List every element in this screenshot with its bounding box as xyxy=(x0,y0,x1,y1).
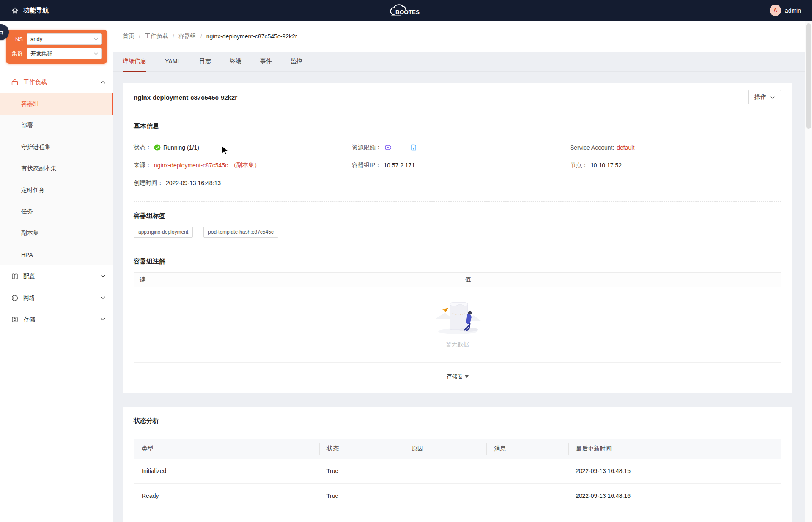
cpu-icon xyxy=(384,144,392,151)
main-content: 首页 / 工作负载 / 容器组 / nginx-deployment-c87c5… xyxy=(113,21,812,522)
briefcase-icon xyxy=(11,79,19,86)
source-kind: （副本集） xyxy=(230,161,260,169)
ns-label: NS xyxy=(10,36,23,42)
book-icon xyxy=(11,273,19,280)
tab-terminal[interactable]: 终端 xyxy=(230,52,241,72)
sidebar-item-daemonsets[interactable]: 守护进程集 xyxy=(0,136,113,158)
namespace-cluster-box: NS andy 集群 开发集群 xyxy=(6,30,107,64)
source-link[interactable]: nginx-deployment-c87c545c xyxy=(154,162,228,169)
chevron-down-icon xyxy=(770,96,775,99)
swap-arrows-icon: ⇆ xyxy=(0,28,3,36)
chevron-down-icon xyxy=(94,38,98,41)
tab-details[interactable]: 详细信息 xyxy=(123,52,146,72)
sidebar-item-deployments[interactable]: 部署 xyxy=(0,115,113,136)
sidebar: ⇆ NS andy 集群 开发集群 xyxy=(0,21,113,522)
pod-ip-label: 容器组IP： xyxy=(352,161,381,169)
status-running-icon xyxy=(154,144,161,151)
col-message: 消息 xyxy=(486,443,568,455)
status-value: Running (1/1) xyxy=(163,144,199,151)
namespace-select[interactable]: andy xyxy=(27,33,102,45)
breadcrumb: 首页 / 工作负载 / 容器组 / nginx-deployment-c87c5… xyxy=(113,21,812,52)
col-reason: 原因 xyxy=(404,443,486,455)
breadcrumb-pods[interactable]: 容器组 xyxy=(178,33,196,40)
workload-submenu: 容器组 部署 守护进程集 有状态副本集 定时任务 任务 副本集 HPA xyxy=(0,93,113,265)
function-nav[interactable]: 功能导航 xyxy=(11,6,49,14)
sidebar-item-workload[interactable]: 工作负载 xyxy=(0,71,113,93)
sidebar-item-config[interactable]: 配置 xyxy=(0,265,113,287)
vertical-scrollbar xyxy=(805,21,812,522)
pod-labels: app:nginx-deployment pod-template-hash:c… xyxy=(134,227,781,238)
sidebar-item-storage[interactable]: 存储 xyxy=(0,309,113,330)
chevron-up-icon xyxy=(101,81,105,84)
annotations-empty-state: 暂无数据 xyxy=(134,287,781,363)
cluster-label: 集群 xyxy=(10,50,23,57)
detail-card: nginx-deployment-c87c545c-92k2r 操作 基本信息 … xyxy=(123,83,792,393)
sidebar-item-pods[interactable]: 容器组 xyxy=(0,93,113,115)
tab-bar: 详细信息 YAML 日志 终端 事件 监控 xyxy=(113,52,812,72)
service-account-label: Service Account: xyxy=(570,144,614,151)
svg-text:BOOTES: BOOTES xyxy=(395,9,420,15)
memory-icon xyxy=(410,144,417,151)
section-divider xyxy=(134,201,781,202)
chevron-down-icon xyxy=(101,318,105,321)
basic-info-heading: 基本信息 xyxy=(134,122,781,130)
sidebar-item-cronjobs[interactable]: 定时任务 xyxy=(0,179,113,201)
storage-box-icon xyxy=(11,316,19,323)
cluster-select[interactable]: 开发集群 xyxy=(27,48,102,59)
sidebar-item-replicasets[interactable]: 副本集 xyxy=(0,222,113,244)
table-row: Ready True 2022-09-13 16:48:16 xyxy=(134,484,781,508)
status-analysis-heading: 状态分析 xyxy=(134,417,781,425)
home-icon xyxy=(11,6,19,14)
top-header: 功能导航 BOOTES A admin xyxy=(0,0,812,21)
col-status: 状态 xyxy=(319,443,404,455)
sidebar-item-network[interactable]: 网络 xyxy=(0,287,113,309)
annotations-key-header: 键 xyxy=(134,273,459,287)
tab-monitoring[interactable]: 监控 xyxy=(291,52,302,72)
sidebar-item-statefulsets[interactable]: 有状态副本集 xyxy=(0,158,113,179)
breadcrumb-home[interactable]: 首页 xyxy=(123,33,134,40)
user-menu[interactable]: A admin xyxy=(770,5,801,16)
label-tag: pod-template-hash:c87c545c xyxy=(203,227,278,238)
table-row: Initialized True 2022-09-13 16:48:15 xyxy=(134,459,781,484)
caret-down-icon xyxy=(465,375,469,378)
globe-icon xyxy=(11,294,19,302)
status-label: 状态： xyxy=(134,144,151,151)
breadcrumb-current: nginx-deployment-c87c545c-92k2r xyxy=(206,33,297,40)
empty-text: 暂无数据 xyxy=(446,341,469,348)
tab-events[interactable]: 事件 xyxy=(260,52,272,72)
col-type: 类型 xyxy=(134,443,319,455)
volumes-toggle[interactable]: 存储卷 xyxy=(134,373,781,380)
quota-cpu-value: - xyxy=(395,144,397,151)
chevron-down-icon xyxy=(94,52,98,55)
status-analysis-card: 状态分析 类型 状态 原因 消息 最后更新时间 Initialized True xyxy=(123,407,792,522)
created-value: 2022-09-13 16:48:13 xyxy=(166,180,221,186)
label-tag: app:nginx-deployment xyxy=(134,227,193,238)
chevron-down-icon xyxy=(101,275,105,278)
section-divider xyxy=(134,247,781,247)
breadcrumb-workload[interactable]: 工作负载 xyxy=(145,33,168,40)
pod-annotations-heading: 容器组注解 xyxy=(134,257,781,265)
source-label: 来源： xyxy=(134,161,151,169)
page-title: nginx-deployment-c87c545c-92k2r xyxy=(134,94,237,101)
pod-labels-heading: 容器组标签 xyxy=(134,212,781,220)
col-updated: 最后更新时间 xyxy=(568,443,781,455)
tab-logs[interactable]: 日志 xyxy=(199,52,211,72)
annotations-value-header: 值 xyxy=(459,273,781,287)
sidebar-item-hpa[interactable]: HPA xyxy=(0,244,113,265)
node-label: 节点： xyxy=(570,161,588,169)
created-label: 创建时间： xyxy=(134,179,163,187)
chevron-down-icon xyxy=(101,296,105,299)
node-value: 10.10.17.52 xyxy=(590,162,622,169)
actions-button[interactable]: 操作 xyxy=(748,90,781,104)
sidebar-item-jobs[interactable]: 任务 xyxy=(0,201,113,222)
empty-illustration xyxy=(428,302,487,336)
quota-label: 资源限额： xyxy=(352,144,381,151)
nav-label: 功能导航 xyxy=(23,6,49,14)
bootes-logo: BOOTES xyxy=(387,3,425,18)
service-account-link[interactable]: default xyxy=(617,144,634,151)
username: admin xyxy=(785,7,801,14)
status-analysis-table: 类型 状态 原因 消息 最后更新时间 Initialized True 2022… xyxy=(134,439,781,508)
tab-yaml[interactable]: YAML xyxy=(165,52,181,72)
scrollbar-thumb[interactable] xyxy=(806,23,811,129)
pod-ip-value: 10.57.2.171 xyxy=(384,162,415,169)
